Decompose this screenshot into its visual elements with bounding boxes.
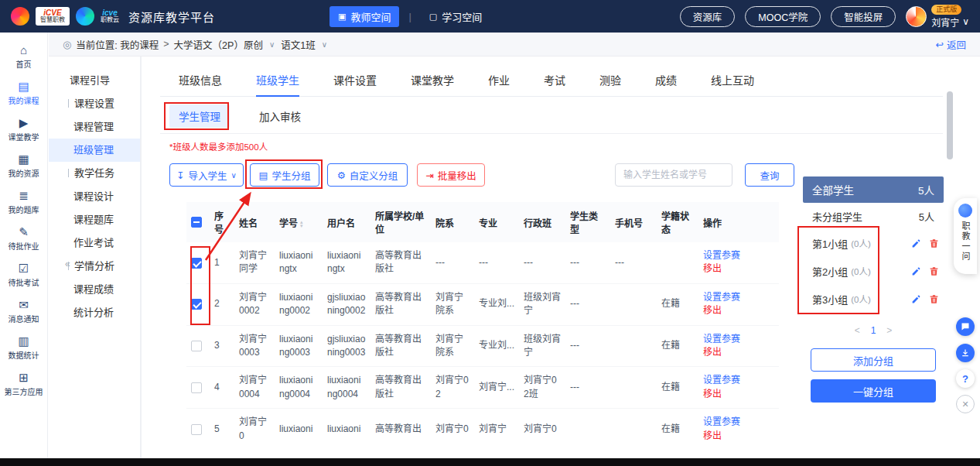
course-selector[interactable]: 大学语文（2P）原创 bbox=[174, 37, 263, 52]
set-contest-link[interactable]: 设置参赛 bbox=[703, 291, 774, 304]
tab-classroom-teaching[interactable]: 课堂教学 bbox=[411, 72, 454, 96]
chevron-down-icon[interactable]: ∨ bbox=[322, 40, 327, 49]
custom-grouping-button[interactable]: ⚙ 自定义分组 bbox=[327, 163, 408, 187]
checkbox-icon: ☑ bbox=[19, 262, 29, 275]
class-selector[interactable]: 语文1班 bbox=[281, 37, 315, 52]
tab-class-info[interactable]: 班级信息 bbox=[179, 72, 222, 96]
delete-icon[interactable] bbox=[929, 294, 939, 304]
subtab-join-review[interactable]: 加入审核 bbox=[250, 105, 310, 128]
remove-link[interactable]: 移出 bbox=[703, 430, 774, 443]
menu-item-statistical-analysis[interactable]: 统计分析 bbox=[49, 301, 140, 324]
student-search-input[interactable] bbox=[615, 163, 732, 187]
sidebar-item-notifications[interactable]: ✉消息通知 bbox=[0, 293, 47, 330]
query-button[interactable]: 查询 bbox=[745, 163, 794, 187]
menu-item-course-management[interactable]: 课程管理 bbox=[49, 115, 140, 139]
grid-icon: ▦ bbox=[18, 153, 29, 166]
cell-student-name[interactable]: 刘宵宁0002 bbox=[234, 283, 275, 325]
tab-courseware-settings[interactable]: 课件设置 bbox=[333, 72, 377, 96]
section-divider-bar bbox=[68, 99, 69, 108]
subtab-student-management[interactable]: 学生管理 bbox=[169, 105, 230, 128]
next-page-icon[interactable]: > bbox=[886, 325, 892, 336]
help-icon[interactable]: ? bbox=[956, 369, 975, 388]
tab-grades[interactable]: 成绩 bbox=[655, 72, 677, 96]
resource-library-button[interactable]: 资源库 bbox=[680, 6, 736, 27]
edit-icon[interactable] bbox=[911, 266, 921, 276]
chevron-down-icon[interactable]: ∨ bbox=[269, 40, 275, 49]
course-side-menu: 课程引导 课程设置 课程管理 班级管理 教学任务 课程设计 课程题库 作业考试 … bbox=[49, 57, 141, 458]
tab-quiz[interactable]: 测验 bbox=[599, 72, 621, 96]
tab-homework[interactable]: 作业 bbox=[488, 72, 510, 96]
back-button[interactable]: ↩ 返回 bbox=[936, 37, 967, 52]
cell-student-name[interactable]: 刘宵宁0 bbox=[234, 409, 275, 444]
sidebar-item-statistics[interactable]: ▥数据统计 bbox=[0, 330, 47, 366]
all-students-item[interactable]: 全部学生 5人 bbox=[803, 176, 944, 203]
auto-group-button[interactable]: 一键分组 bbox=[811, 379, 936, 403]
group-item[interactable]: 第3小组 (0人) bbox=[803, 285, 944, 313]
row-checkbox[interactable] bbox=[191, 258, 202, 269]
sidebar-item-home[interactable]: ⌂首页 bbox=[0, 39, 47, 75]
nav-learning-space[interactable]: ▢ 学习空间 bbox=[421, 6, 490, 27]
row-checkbox[interactable] bbox=[191, 424, 202, 435]
row-checkbox[interactable] bbox=[191, 382, 202, 393]
menu-item-course-question-bank[interactable]: 课程题库 bbox=[49, 208, 140, 231]
sidebar-collapse-icon[interactable]: « bbox=[65, 259, 70, 269]
prev-page-icon[interactable]: < bbox=[855, 325, 860, 336]
sidebar-item-homework-review[interactable]: ✎待批作业 bbox=[0, 221, 47, 257]
sidebar-item-exam-review[interactable]: ☑待批考试 bbox=[0, 257, 47, 293]
menu-item-course-design[interactable]: 课程设计 bbox=[49, 185, 140, 208]
learning-space-icon: ▢ bbox=[429, 12, 437, 22]
col-header-sortable[interactable]: 学号▴▾ bbox=[275, 202, 323, 242]
ungrouped-students-item[interactable]: 未分组学生 5人 bbox=[803, 203, 944, 229]
edit-icon[interactable] bbox=[911, 238, 921, 248]
sidebar-item-third-party-apps[interactable]: ⊞第三方应用 bbox=[0, 366, 47, 403]
remove-link[interactable]: 移出 bbox=[703, 346, 774, 359]
menu-item-homework-exam[interactable]: 作业考试 bbox=[49, 231, 140, 255]
select-all-checkbox[interactable] bbox=[191, 217, 202, 228]
menu-item-course-guide[interactable]: 课程引导 bbox=[49, 69, 140, 92]
remove-link[interactable]: 移出 bbox=[703, 262, 774, 276]
menu-item-course-grades[interactable]: 课程成绩 bbox=[49, 278, 140, 301]
set-contest-link[interactable]: 设置参赛 bbox=[703, 416, 774, 429]
tab-online-interaction[interactable]: 线上互动 bbox=[711, 72, 754, 96]
smart-cast-button[interactable]: 智能投屏 bbox=[831, 6, 896, 27]
menu-item-class-management[interactable]: 班级管理 bbox=[49, 139, 140, 162]
group-item[interactable]: 第2小组 (0人) bbox=[803, 257, 944, 285]
mooc-college-button[interactable]: MOOC学院 bbox=[745, 6, 821, 27]
cell-username: liuxiaoni bbox=[323, 409, 370, 444]
edit-icon[interactable] bbox=[911, 294, 921, 304]
section-label: 课程设置 bbox=[74, 98, 114, 109]
add-group-button[interactable]: 添加分组 bbox=[811, 348, 936, 372]
feedback-chat-icon[interactable] bbox=[956, 317, 975, 336]
set-contest-link[interactable]: 设置参赛 bbox=[703, 333, 774, 346]
student-grouping-button[interactable]: ▤ 学生分组 bbox=[250, 163, 319, 187]
remove-link[interactable]: 移出 bbox=[703, 388, 774, 401]
set-contest-link[interactable]: 设置参赛 bbox=[703, 249, 774, 262]
delete-icon[interactable] bbox=[929, 238, 939, 248]
cell-student-name[interactable]: 刘宵宁0003 bbox=[234, 325, 275, 367]
vertical-scrollbar[interactable] bbox=[947, 91, 953, 159]
cell-student-name[interactable]: 刘宵宁同学 bbox=[234, 242, 275, 283]
page-number[interactable]: 1 bbox=[871, 325, 876, 336]
sort-icon[interactable]: ▴▾ bbox=[300, 220, 303, 228]
sidebar-item-my-resources[interactable]: ▦我的资源 bbox=[0, 148, 47, 184]
batch-remove-button[interactable]: ⇥ 批量移出 bbox=[417, 163, 485, 187]
zhijiao-ask-widget[interactable]: 职教一问 bbox=[954, 198, 977, 274]
user-menu[interactable]: 正式版 刘宵宁 ∨ bbox=[906, 5, 969, 29]
sidebar-item-my-courses[interactable]: ▤我的课程 bbox=[0, 75, 47, 111]
tab-exam[interactable]: 考试 bbox=[544, 72, 565, 96]
download-float-icon[interactable] bbox=[956, 344, 975, 362]
row-checkbox[interactable] bbox=[191, 341, 202, 351]
row-checkbox[interactable] bbox=[191, 299, 202, 310]
sidebar-item-classroom-teaching[interactable]: ▶课堂教学 bbox=[0, 111, 47, 148]
group-item[interactable]: 第1小组 (0人) bbox=[803, 229, 944, 257]
close-float-icon[interactable]: ✕ bbox=[956, 395, 975, 413]
set-contest-link[interactable]: 设置参赛 bbox=[703, 374, 774, 387]
nav-teacher-space[interactable]: ▣ 教师空间 bbox=[330, 6, 399, 27]
delete-icon[interactable] bbox=[929, 266, 939, 276]
cell-student-name[interactable]: 刘宵宁0004 bbox=[234, 367, 275, 409]
ungrouped-label: 未分组学生 bbox=[812, 209, 862, 224]
tab-class-students[interactable]: 班级学生 bbox=[256, 72, 299, 96]
remove-link[interactable]: 移出 bbox=[703, 304, 774, 317]
sidebar-item-question-bank[interactable]: ≣我的题库 bbox=[0, 184, 47, 221]
import-students-button[interactable]: ↧ 导入学生 ∨ bbox=[169, 163, 244, 187]
